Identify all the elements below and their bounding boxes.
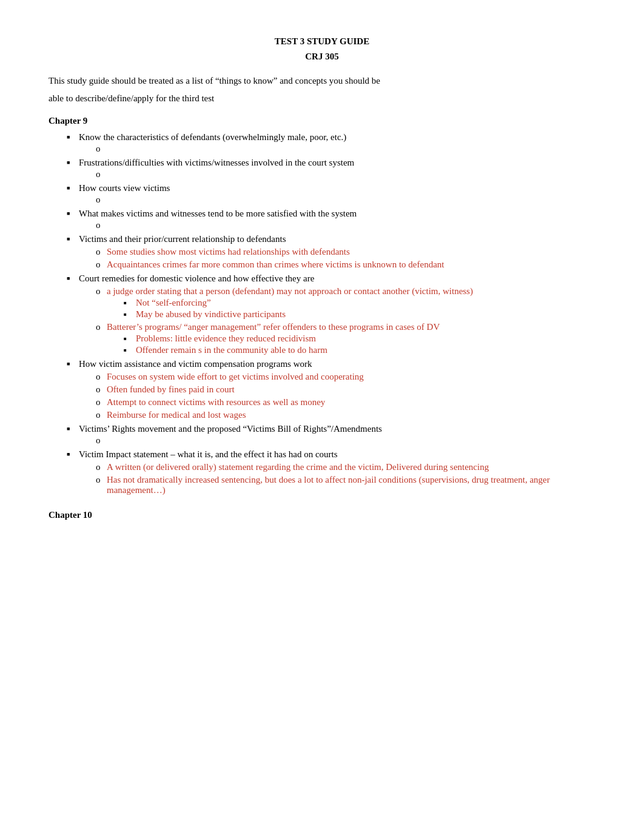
page-subtitle: CRJ 305 xyxy=(49,52,595,62)
list-item: Batterer’s programs/ “anger management” … xyxy=(96,322,595,355)
list-item: How victim assistance and victim compens… xyxy=(67,359,595,420)
sub-list: a judge order stating that a person (def… xyxy=(79,286,595,355)
item-text: a judge order stating that a person (def… xyxy=(107,286,473,296)
list-item: Court remedies for domestic violence and… xyxy=(67,273,595,355)
list-item: Offender remain s in the community able … xyxy=(124,345,595,355)
item-text: Not “self-enforcing” xyxy=(136,298,211,307)
list-item: Victims’ Rights movement and the propose… xyxy=(67,424,595,446)
list-item: Reimburse for medical and lost wages xyxy=(96,410,595,420)
list-item: Victim Impact statement – what it is, an… xyxy=(67,449,595,495)
item-text: Reimburse for medical and lost wages xyxy=(107,410,246,420)
intro-line1: This study guide should be treated as a … xyxy=(49,74,595,88)
item-text: Acquaintances crimes far more common tha… xyxy=(107,260,444,269)
sub-list: A written (or delivered orally) statemen… xyxy=(79,462,595,495)
list-item: Some studies show most victims had relat… xyxy=(96,247,595,257)
list-item: a judge order stating that a person (def… xyxy=(96,286,595,320)
list-item: Often funded by fines paid in court xyxy=(96,384,595,395)
list-item: Victims and their prior/current relation… xyxy=(67,234,595,270)
item-text: Some studies show most victims had relat… xyxy=(107,247,350,257)
item-text: Batterer’s programs/ “anger management” … xyxy=(107,322,440,332)
list-item: What makes victims and witnesses tend to… xyxy=(67,209,595,230)
sub-placeholder: o xyxy=(79,220,595,230)
item-text: Court remedies for domestic violence and… xyxy=(79,273,314,283)
list-item: Attempt to connect victims with resource… xyxy=(96,397,595,407)
item-text: Victim Impact statement – what it is, an… xyxy=(79,449,338,459)
item-text: Has not dramatically increased sentencin… xyxy=(107,475,550,495)
sub-placeholder: o xyxy=(79,435,595,446)
item-text: Attempt to connect victims with resource… xyxy=(107,397,325,407)
list-item: A written (or delivered orally) statemen… xyxy=(96,462,595,472)
list-item: Problems: little evidence they reduced r… xyxy=(124,334,595,344)
item-text: Victims and their prior/current relation… xyxy=(79,234,286,244)
list-item: Focuses on system wide effort to get vic… xyxy=(96,372,595,382)
subsub-list: Not “self-enforcing” May be abused by vi… xyxy=(107,298,595,320)
list-item: Not “self-enforcing” xyxy=(124,298,595,308)
item-text: Know the characteristics of defendants (… xyxy=(79,132,346,142)
item-text: How courts view victims xyxy=(79,183,170,193)
sub-placeholder: o xyxy=(79,169,595,179)
item-text: How victim assistance and victim compens… xyxy=(79,359,312,369)
chapter10-heading: Chapter 10 xyxy=(49,510,595,520)
item-text: May be abused by vindictive participants xyxy=(136,309,286,319)
chapter9-heading: Chapter 9 xyxy=(49,116,595,126)
list-item: Know the characteristics of defendants (… xyxy=(67,132,595,154)
item-text: Problems: little evidence they reduced r… xyxy=(136,334,316,343)
item-text: Victims’ Rights movement and the propose… xyxy=(79,424,382,434)
sub-placeholder: o xyxy=(79,144,595,154)
subsub-list: Problems: little evidence they reduced r… xyxy=(107,334,595,355)
list-item: Acquaintances crimes far more common tha… xyxy=(96,260,595,270)
page-title: TEST 3 STUDY GUIDE xyxy=(49,36,595,47)
item-text: Frustrations/difficulties with victims/w… xyxy=(79,158,354,167)
item-text: Offender remain s in the community able … xyxy=(136,345,327,355)
sub-list: Focuses on system wide effort to get vic… xyxy=(79,372,595,420)
list-item: How courts view victims o xyxy=(67,183,595,205)
chapter9-list: Know the characteristics of defendants (… xyxy=(49,132,595,495)
item-text: Focuses on system wide effort to get vic… xyxy=(107,372,364,381)
item-text: Often funded by fines paid in court xyxy=(107,384,235,394)
sub-list: Some studies show most victims had relat… xyxy=(79,247,595,270)
list-item: Has not dramatically increased sentencin… xyxy=(96,475,595,495)
list-item: May be abused by vindictive participants xyxy=(124,309,595,320)
item-text: What makes victims and witnesses tend to… xyxy=(79,209,357,218)
item-text: A written (or delivered orally) statemen… xyxy=(107,462,489,472)
list-item: Frustrations/difficulties with victims/w… xyxy=(67,158,595,179)
intro-line2: able to describe/define/apply for the th… xyxy=(49,92,595,106)
sub-placeholder: o xyxy=(79,195,595,205)
